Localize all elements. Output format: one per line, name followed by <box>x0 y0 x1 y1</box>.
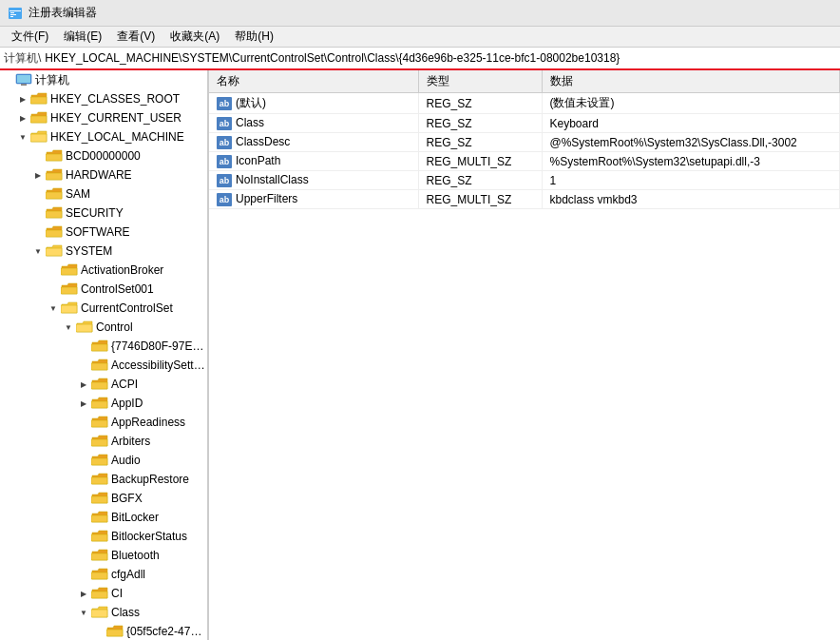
expand-icon[interactable] <box>76 510 91 525</box>
expand-icon[interactable] <box>76 415 91 430</box>
expand-icon[interactable] <box>76 529 91 544</box>
expand-icon[interactable] <box>30 148 46 164</box>
tree-item[interactable]: {7746D80F-97E0-4E26 <box>0 337 207 356</box>
tree-item[interactable]: BGFX <box>0 489 207 508</box>
expand-icon[interactable] <box>76 453 91 468</box>
expand-icon[interactable]: ▶ <box>76 377 91 392</box>
expand-icon[interactable] <box>76 339 91 354</box>
table-row[interactable]: abIconPathREG_MULTI_SZ%SystemRoot%\Syste… <box>209 152 840 171</box>
table-row[interactable]: abNoInstallClassREG_SZ1 <box>209 171 840 190</box>
table-row[interactable]: abClassDescREG_SZ@%SystemRoot%\System32\… <box>209 133 840 152</box>
tree-item[interactable]: ActivationBroker <box>0 261 207 280</box>
tree-item-label: Class <box>111 606 140 619</box>
expand-icon[interactable]: ▼ <box>15 129 30 145</box>
folder-icon <box>61 282 78 296</box>
tree-item[interactable]: ▼ Class <box>0 603 207 622</box>
folder-icon <box>30 92 48 106</box>
tree-item[interactable]: AppReadiness <box>0 413 207 432</box>
tree-item[interactable]: {05f5cfe2-4733-495 <box>0 622 207 640</box>
expand-icon[interactable] <box>46 262 61 278</box>
tree-item[interactable]: AccessibilitySettings <box>0 356 207 375</box>
expand-icon[interactable]: ▶ <box>76 396 91 411</box>
tree-item[interactable]: SOFTWARE <box>0 223 207 242</box>
menu-file[interactable]: 文件(F) <box>4 27 56 47</box>
expand-icon[interactable]: ▼ <box>61 320 76 335</box>
menu-edit[interactable]: 编辑(E) <box>56 27 109 47</box>
tree-item[interactable]: BitLocker <box>0 508 207 527</box>
folder-icon <box>76 320 93 334</box>
tree-item[interactable]: BitlockerStatus <box>0 527 207 546</box>
tree-item[interactable]: ▼ CurrentControlSet <box>0 299 207 318</box>
tree-item[interactable]: ▶ ACPI <box>0 375 207 394</box>
tree-item-label: SAM <box>66 187 90 201</box>
tree-item-label: Control <box>96 320 133 334</box>
expand-icon[interactable]: ▶ <box>30 167 46 183</box>
reg-type: REG_SZ <box>418 114 542 133</box>
ab-icon: ab <box>217 117 232 130</box>
expand-icon[interactable]: ▶ <box>76 586 91 601</box>
table-row[interactable]: ab(默认)REG_SZ(数值未设置) <box>209 93 840 114</box>
app-icon <box>8 6 23 21</box>
expand-icon[interactable]: ▶ <box>15 91 30 107</box>
expand-icon[interactable] <box>76 491 91 506</box>
tree-item-label: cfgAdll <box>111 568 145 581</box>
menu-bar: 文件(F) 编辑(E) 查看(V) 收藏夹(A) 帮助(H) <box>0 27 840 48</box>
expand-icon[interactable] <box>91 624 106 639</box>
main-content: 计算机▶ HKEY_CLASSES_ROOT▶ HKEY_CURRENT_USE… <box>0 70 840 640</box>
folder-icon <box>91 473 108 486</box>
expand-icon[interactable] <box>0 72 15 87</box>
tree-item[interactable]: cfgAdll <box>0 565 207 584</box>
tree-item[interactable]: ▶ HKEY_CURRENT_USER <box>0 108 207 127</box>
tree-item[interactable]: BackupRestore <box>0 470 207 489</box>
tree-item[interactable]: ▼ SYSTEM <box>0 242 207 261</box>
expand-icon[interactable] <box>76 472 91 487</box>
expand-icon[interactable]: ▶ <box>15 110 30 126</box>
expand-icon[interactable] <box>30 224 46 240</box>
tree-item[interactable]: ▶ CI <box>0 584 207 603</box>
tree-item[interactable]: ControlSet001 <box>0 280 207 299</box>
reg-name-text: NoInstallClass <box>236 173 309 186</box>
ab-icon: ab <box>217 174 232 187</box>
expand-icon[interactable]: ▼ <box>76 605 91 620</box>
menu-favorites[interactable]: 收藏夹(A) <box>162 27 227 47</box>
tree-item[interactable]: ▶ AppID <box>0 394 207 413</box>
tree-item[interactable]: Audio <box>0 451 207 470</box>
expand-icon[interactable] <box>30 205 46 221</box>
expand-icon[interactable] <box>46 281 61 297</box>
folder-icon <box>91 378 108 391</box>
tree-item-label: 计算机 <box>35 72 69 88</box>
expand-icon[interactable]: ▼ <box>30 243 46 259</box>
tree-item[interactable]: 计算机 <box>0 70 207 89</box>
expand-icon[interactable]: ▼ <box>46 301 61 316</box>
folder-icon <box>91 511 108 524</box>
folder-icon <box>91 397 108 410</box>
table-row[interactable]: abClassREG_SZKeyboard <box>209 114 840 133</box>
expand-icon[interactable] <box>76 358 91 373</box>
folder-icon <box>91 606 108 619</box>
reg-name-text: (默认) <box>236 96 266 109</box>
reg-name-text: IconPath <box>236 154 280 167</box>
reg-type: REG_SZ <box>418 133 542 152</box>
table-row[interactable]: abUpperFiltersREG_MULTI_SZkbdclass vmkbd… <box>209 190 840 209</box>
tree-item[interactable]: ▼ HKEY_LOCAL_MACHINE <box>0 127 207 146</box>
menu-view[interactable]: 查看(V) <box>109 27 162 47</box>
menu-help[interactable]: 帮助(H) <box>227 27 281 47</box>
tree-item[interactable]: ▶ HARDWARE <box>0 165 207 184</box>
reg-data: kbdclass vmkbd3 <box>542 190 840 209</box>
folder-icon <box>91 568 108 581</box>
tree-item[interactable]: SECURITY <box>0 204 207 223</box>
expand-icon[interactable] <box>76 548 91 563</box>
tree-item[interactable]: Arbiters <box>0 432 207 451</box>
tree-item[interactable]: SAM <box>0 184 207 204</box>
tree-item-label: BitLocker <box>111 511 159 524</box>
tree-item[interactable]: ▼ Control <box>0 318 207 337</box>
expand-icon[interactable] <box>76 434 91 449</box>
folder-icon <box>91 530 108 543</box>
tree-item-label: BackupRestore <box>111 473 189 486</box>
expand-icon[interactable] <box>76 567 91 582</box>
tree-item[interactable]: BCD00000000 <box>0 146 207 165</box>
folder-icon <box>106 625 124 638</box>
tree-item[interactable]: Bluetooth <box>0 546 207 565</box>
tree-item[interactable]: ▶ HKEY_CLASSES_ROOT <box>0 89 207 108</box>
expand-icon[interactable] <box>30 186 46 202</box>
